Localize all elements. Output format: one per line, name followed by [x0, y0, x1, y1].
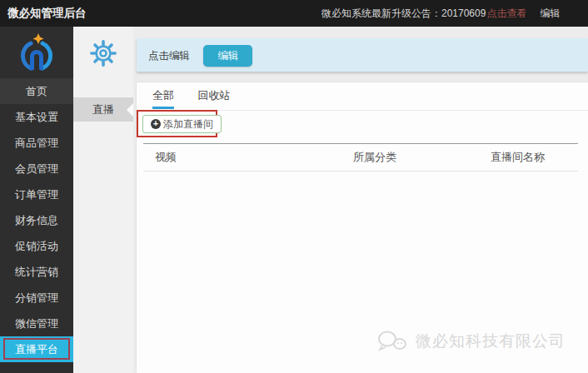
- add-live-room-button[interactable]: 添加直播间: [142, 115, 222, 133]
- sidebar-item-promotions[interactable]: 促销活动: [0, 233, 73, 259]
- main-content: 点击编辑 编辑 全部 回收站 添加直播间 视频 所属分类 直播间名称 微必知: [133, 27, 588, 373]
- table-header-category: 所属分类: [353, 144, 396, 171]
- edit-button[interactable]: 编辑: [203, 45, 252, 67]
- sidebar-item-product-management[interactable]: 商品管理: [0, 130, 73, 156]
- announcement: 微必知系统最新升级公告：20170609点击查看编辑: [321, 0, 560, 27]
- secondary-nav: 直播: [73, 27, 133, 373]
- sidebar: 首页 基本设置 商品管理 会员管理 订单管理 财务信息 促销活动 统计营销 分销…: [0, 27, 73, 373]
- sidebar-item-distribution-management[interactable]: 分销管理: [0, 285, 73, 311]
- sidebar-item-home[interactable]: 首页: [0, 78, 73, 104]
- logo-mark-icon: [14, 32, 59, 73]
- sidebar-item-stats-marketing[interactable]: 统计营销: [0, 259, 73, 285]
- company-logo-icon: [376, 328, 411, 355]
- announcement-edit-link[interactable]: 编辑: [540, 7, 560, 19]
- sidebar-item-order-management[interactable]: 订单管理: [0, 182, 73, 207]
- sidebar-item-finance-info[interactable]: 财务信息: [0, 207, 73, 233]
- edit-toolbar: 点击编辑 编辑: [137, 38, 588, 72]
- sidebar-item-member-management[interactable]: 会员管理: [0, 156, 73, 182]
- table-header-border: [143, 171, 578, 172]
- sidebar-item-live-platform[interactable]: 直播平台: [0, 336, 73, 362]
- sidebar-item-label: 统计营销: [15, 266, 58, 278]
- plus-circle-icon: [151, 119, 161, 129]
- sidebar-item-label: 直播平台: [15, 343, 58, 356]
- company-name: 微必知科技有限公司: [416, 331, 566, 352]
- sidebar-item-wechat-management[interactable]: 微信管理: [0, 311, 73, 336]
- sidebar-item-label: 微信管理: [15, 317, 58, 330]
- gear-icon: [87, 37, 119, 69]
- table-header-video: 视频: [155, 144, 177, 171]
- sidebar-item-label: 分销管理: [15, 291, 58, 304]
- topbar: 微必知管理后台 微必知系统最新升级公告：20170609点击查看编辑: [0, 0, 588, 27]
- subnav-item-label: 直播: [92, 103, 114, 116]
- sidebar-item-label: 订单管理: [15, 188, 58, 201]
- tab-bar: 全部 回收站: [137, 82, 588, 111]
- active-pointer-notch: [127, 103, 133, 117]
- subnav-item-live[interactable]: 直播: [73, 97, 133, 122]
- sidebar-item-label: 促销活动: [15, 240, 58, 252]
- table-header-room-name: 直播间名称: [491, 144, 545, 171]
- app-title: 微必知管理后台: [7, 0, 87, 27]
- app-logo: [0, 27, 73, 78]
- watermark: 微必知科技有限公司: [376, 328, 566, 355]
- add-live-room-label: 添加直播间: [163, 118, 213, 130]
- tab-all[interactable]: 全部: [152, 82, 174, 109]
- announcement-text: 微必知系统最新升级公告：20170609: [321, 7, 486, 19]
- sidebar-item-label: 财务信息: [15, 214, 58, 226]
- sidebar-item-label: 首页: [26, 85, 47, 97]
- sidebar-item-label: 会员管理: [15, 162, 58, 175]
- sidebar-item-basic-settings[interactable]: 基本设置: [0, 104, 73, 130]
- content-panel: 全部 回收站 添加直播间 视频 所属分类 直播间名称 微必知科技有限公司: [137, 82, 588, 373]
- settings-gear-button[interactable]: [73, 27, 133, 80]
- announcement-view-link[interactable]: 点击查看: [486, 7, 526, 19]
- sidebar-item-label: 商品管理: [15, 137, 58, 149]
- tab-recycle-bin[interactable]: 回收站: [197, 82, 230, 109]
- sidebar-item-label: 基本设置: [15, 111, 58, 123]
- edit-hint-label: 点击编辑: [148, 50, 190, 62]
- sidebar-menu: 首页 基本设置 商品管理 会员管理 订单管理 财务信息 促销活动 统计营销 分销…: [0, 78, 73, 362]
